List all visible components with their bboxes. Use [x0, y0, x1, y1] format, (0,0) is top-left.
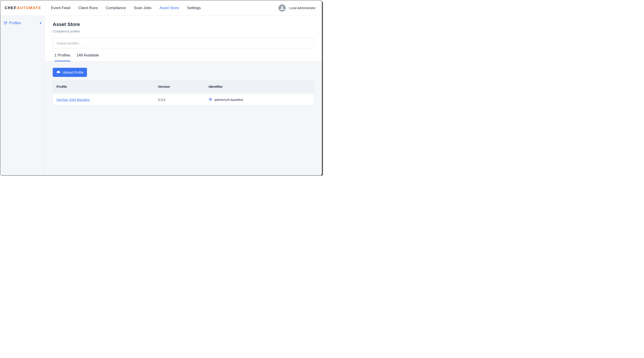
search-wrap: [45, 37, 322, 48]
nav-client-runs[interactable]: Client Runs: [78, 6, 98, 10]
nav-settings[interactable]: Settings: [187, 6, 201, 10]
cell-identifier: admin/ssh-baseline: [209, 97, 310, 102]
logo-chef: CHEF: [5, 6, 17, 10]
content: Upload Profile Profile Version Identifie…: [45, 61, 322, 175]
table-header: Profile Version Identifier: [53, 81, 314, 92]
tab-profiles[interactable]: 1 Profiles: [54, 53, 70, 61]
profile-link[interactable]: DevSec SSH Baseline: [56, 98, 90, 102]
username: Local Administrator: [289, 6, 316, 10]
page-title: Asset Store: [53, 21, 314, 27]
page-subtitle: Compliance profiles.: [53, 29, 314, 33]
identifier-text: admin/ssh-baseline: [214, 98, 243, 102]
tab-available[interactable]: 149 Available: [76, 53, 99, 61]
page-head: Asset Store Compliance profiles.: [45, 16, 322, 37]
app-shell: CHEF AUTOMATE Event Feed Client Runs Com…: [0, 0, 322, 176]
upload-profile-button[interactable]: Upload Profile: [53, 68, 87, 77]
nav-event-feed[interactable]: Event Feed: [51, 6, 70, 10]
table-row[interactable]: DevSec SSH Baseline 2.3.2 admin/ssh-base…: [53, 94, 314, 106]
top-nav: Event Feed Client Runs Compliance Scan J…: [51, 6, 201, 10]
sidebar-item-label: Profiles: [9, 21, 21, 25]
nav-asset-store[interactable]: Asset Store: [160, 6, 179, 10]
copy-icon[interactable]: [209, 97, 212, 102]
logo-automate: AUTOMATE: [17, 6, 42, 10]
th-profile: Profile: [56, 85, 158, 88]
avatar-icon: [278, 4, 286, 11]
nav-compliance[interactable]: Compliance: [106, 6, 126, 10]
sidebar-item-profiles[interactable]: Profiles: [0, 20, 44, 26]
topbar: CHEF AUTOMATE Event Feed Client Runs Com…: [0, 0, 322, 16]
profiles-table: Profile Version Identifier DevSec SSH Ba…: [53, 81, 314, 106]
body: Profiles Asset Store Compliance profiles…: [0, 16, 322, 175]
cloud-upload-icon: [56, 70, 60, 75]
search-input[interactable]: [53, 38, 314, 48]
chevron-right-icon: [40, 22, 42, 24]
library-icon: [3, 21, 7, 25]
main: Asset Store Compliance profiles. 1 Profi…: [45, 16, 322, 175]
cell-version: 2.3.2: [158, 98, 209, 102]
user-area[interactable]: Local Administrator: [278, 4, 316, 11]
logo[interactable]: CHEF AUTOMATE: [5, 6, 45, 10]
upload-label: Upload Profile: [62, 70, 84, 74]
nav-scan-jobs[interactable]: Scan Jobs: [134, 6, 152, 10]
sidebar: Profiles: [0, 16, 45, 175]
tabs: 1 Profiles 149 Available: [45, 48, 322, 61]
th-version: Version: [158, 85, 209, 88]
th-identifier: Identifier: [209, 85, 310, 88]
